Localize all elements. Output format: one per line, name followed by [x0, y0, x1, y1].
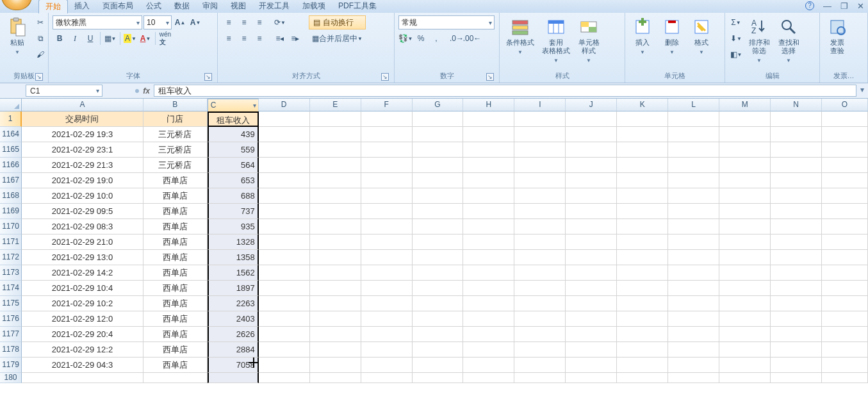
cell[interactable]	[463, 158, 514, 173]
cell[interactable]	[771, 158, 822, 173]
cut-button[interactable]: ✂	[33, 15, 47, 29]
cell[interactable]: 7058	[208, 358, 259, 373]
delete-cells-button[interactable]: 删除▼	[659, 15, 685, 58]
column-header-J[interactable]: J	[566, 99, 617, 111]
cell[interactable]	[771, 173, 822, 188]
cell[interactable]	[822, 173, 868, 188]
cell[interactable]: 租车收入	[208, 111, 259, 127]
cell[interactable]	[822, 265, 868, 281]
cell[interactable]	[463, 327, 514, 342]
cell[interactable]	[771, 373, 822, 383]
cell[interactable]	[668, 311, 719, 327]
comma-button[interactable]: ,	[429, 31, 443, 45]
office-button[interactable]	[1, 0, 32, 10]
row-header[interactable]: 1165	[0, 142, 22, 158]
decrease-indent-button[interactable]: ≡◂	[273, 31, 287, 45]
cell[interactable]	[514, 204, 566, 219]
cell[interactable]	[413, 265, 464, 281]
help-icon[interactable]: ?	[805, 1, 814, 10]
cell[interactable]	[719, 173, 771, 188]
cell[interactable]	[668, 111, 719, 127]
cell[interactable]	[310, 127, 361, 142]
cell[interactable]	[668, 142, 719, 158]
cell[interactable]	[771, 250, 822, 265]
cell[interactable]	[771, 234, 822, 250]
cell[interactable]: 1358	[208, 250, 259, 265]
underline-button[interactable]: U	[83, 31, 97, 45]
cell[interactable]	[413, 311, 464, 327]
cell[interactable]: 西单店	[143, 342, 208, 358]
cell[interactable]	[413, 204, 464, 219]
cell[interactable]: 三元桥店	[143, 142, 208, 158]
cell[interactable]	[361, 373, 413, 383]
orientation-button[interactable]: ⟳▼	[273, 15, 287, 29]
autosum-button[interactable]: Σ▼	[729, 15, 743, 29]
cell[interactable]	[208, 373, 259, 383]
cell[interactable]	[259, 373, 310, 383]
cell[interactable]: 交易时间	[22, 111, 143, 127]
column-header-A[interactable]: A	[22, 99, 143, 111]
cell[interactable]	[22, 373, 143, 383]
cell[interactable]	[668, 281, 719, 296]
cell[interactable]	[413, 296, 464, 311]
cell[interactable]	[310, 188, 361, 204]
cell[interactable]	[310, 204, 361, 219]
cell[interactable]: 439	[208, 127, 259, 142]
row-header[interactable]: 1179	[0, 358, 22, 373]
decrease-font-icon[interactable]: A▼	[188, 15, 202, 29]
invoice-check-button[interactable]: 发票 查验	[824, 15, 851, 56]
cell[interactable]	[617, 250, 668, 265]
cell[interactable]	[413, 127, 464, 142]
cell[interactable]	[566, 173, 617, 188]
minimize-button[interactable]: —	[823, 1, 831, 11]
cell[interactable]	[719, 342, 771, 358]
cell[interactable]: 2021-02-29 04:3	[22, 358, 143, 373]
cell[interactable]	[514, 358, 566, 373]
cell[interactable]	[514, 188, 566, 204]
row-header[interactable]: 1173	[0, 265, 22, 281]
cell[interactable]	[668, 173, 719, 188]
cell[interactable]: 2021-02-29 09:5	[22, 204, 143, 219]
cell[interactable]	[566, 111, 617, 127]
align-top-button[interactable]: ≡	[222, 15, 236, 29]
cell[interactable]	[259, 219, 310, 234]
cell[interactable]	[771, 296, 822, 311]
cell[interactable]	[566, 265, 617, 281]
cell[interactable]	[259, 281, 310, 296]
cell[interactable]	[361, 188, 413, 204]
cell[interactable]	[361, 265, 413, 281]
cell[interactable]	[463, 358, 514, 373]
cell[interactable]	[413, 250, 464, 265]
find-select-button[interactable]: 查找和 选择▼	[775, 15, 802, 66]
row-header[interactable]: 1174	[0, 281, 22, 296]
align-right-button[interactable]: ≡	[252, 31, 266, 45]
cell[interactable]	[259, 311, 310, 327]
tab-公式[interactable]: 公式	[140, 0, 168, 13]
cell[interactable]	[514, 281, 566, 296]
cell[interactable]	[463, 296, 514, 311]
column-header-M[interactable]: M	[719, 99, 771, 111]
cell[interactable]	[617, 265, 668, 281]
cell[interactable]	[259, 111, 310, 127]
cell[interactable]: 三元桥店	[143, 127, 208, 142]
cell[interactable]	[617, 219, 668, 234]
column-header-D[interactable]: D	[259, 99, 310, 111]
cell[interactable]: 西单店	[143, 265, 208, 281]
wrap-text-button[interactable]: ▤自动换行	[309, 15, 366, 29]
cell[interactable]	[310, 342, 361, 358]
cell[interactable]	[361, 142, 413, 158]
cell[interactable]	[413, 373, 464, 383]
cell[interactable]	[259, 250, 310, 265]
cell[interactable]: 1562	[208, 265, 259, 281]
cell[interactable]	[771, 142, 822, 158]
cell[interactable]	[566, 234, 617, 250]
sort-filter-button[interactable]: AZ排序和 筛选▼	[746, 15, 773, 66]
cell[interactable]	[413, 281, 464, 296]
cell[interactable]	[822, 142, 868, 158]
cell[interactable]	[668, 250, 719, 265]
cell[interactable]	[668, 373, 719, 383]
cell[interactable]: 653	[208, 173, 259, 188]
cell[interactable]: 西单店	[143, 173, 208, 188]
row-header[interactable]: 1176	[0, 311, 22, 327]
fill-button[interactable]: ⬇▼	[729, 31, 743, 45]
